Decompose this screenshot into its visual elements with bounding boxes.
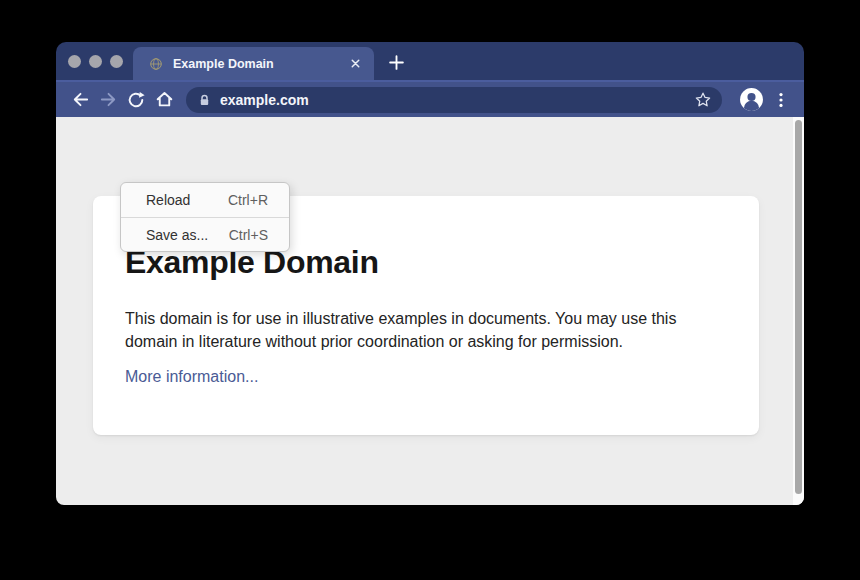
- star-icon: [694, 91, 712, 109]
- menu-item-shortcut: Ctrl+S: [229, 227, 268, 243]
- browser-toolbar: example.com: [56, 80, 804, 117]
- new-tab-button[interactable]: [386, 52, 406, 72]
- menu-item-shortcut: Ctrl+R: [228, 192, 268, 208]
- context-menu-item-reload[interactable]: Reload Ctrl+R: [121, 183, 289, 217]
- reload-button[interactable]: [122, 86, 150, 114]
- url-text[interactable]: example.com: [220, 92, 690, 108]
- window-zoom-button[interactable]: [110, 55, 123, 68]
- scrollbar-thumb[interactable]: [795, 120, 802, 494]
- home-button[interactable]: [150, 86, 178, 114]
- home-icon: [155, 90, 174, 109]
- window-minimize-button[interactable]: [89, 55, 102, 68]
- tab-title: Example Domain: [173, 57, 349, 71]
- avatar-icon: [739, 87, 764, 112]
- menu-item-label: Reload: [146, 192, 190, 208]
- plus-icon: [388, 54, 405, 71]
- bookmark-button[interactable]: [690, 87, 716, 113]
- context-menu: Reload Ctrl+R Save as... Ctrl+S: [120, 182, 290, 252]
- browser-window: Example Domain: [56, 42, 804, 505]
- more-information-link[interactable]: More information...: [125, 368, 258, 385]
- reload-icon: [127, 91, 145, 109]
- kebab-menu-icon: [772, 91, 790, 109]
- tab-strip: Example Domain: [56, 42, 804, 80]
- menu-item-label: Save as...: [146, 227, 208, 243]
- browser-menu-button[interactable]: [770, 87, 792, 113]
- forward-button[interactable]: [94, 86, 122, 114]
- lock-icon: [198, 93, 211, 107]
- page-viewport: Example Domain This domain is for use in…: [56, 117, 804, 505]
- profile-button[interactable]: [738, 87, 764, 113]
- window-controls: [68, 42, 123, 80]
- window-close-button[interactable]: [68, 55, 81, 68]
- scrollbar-track[interactable]: [793, 117, 804, 505]
- back-button[interactable]: [66, 86, 94, 114]
- forward-arrow-icon: [99, 90, 118, 109]
- tab-close-icon[interactable]: [349, 57, 362, 70]
- page-body-text: This domain is for use in illustrative e…: [125, 307, 711, 353]
- context-menu-item-save-as[interactable]: Save as... Ctrl+S: [121, 217, 289, 251]
- address-bar[interactable]: example.com: [186, 87, 722, 113]
- tab-example-domain[interactable]: Example Domain: [133, 47, 374, 80]
- favicon-globe-icon: [149, 57, 163, 71]
- back-arrow-icon: [71, 90, 90, 109]
- desktop-background: { "browser": { "tab_title": "Example Dom…: [0, 0, 860, 580]
